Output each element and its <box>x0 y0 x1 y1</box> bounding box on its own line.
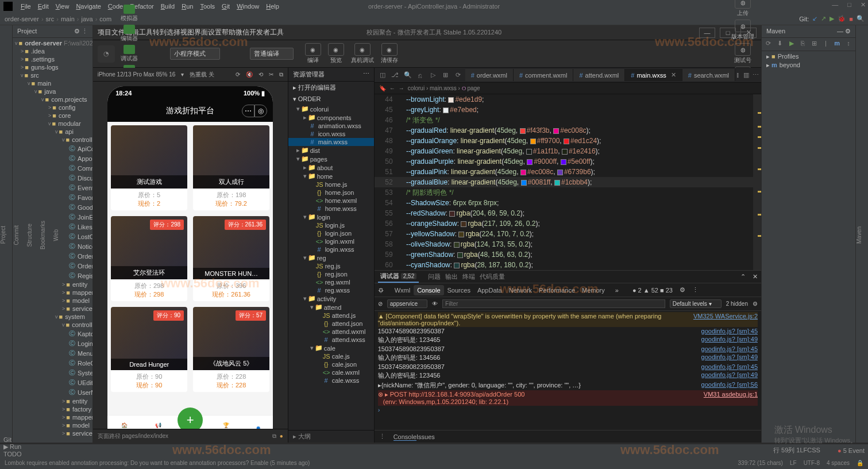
run-icon[interactable]: ▶ <box>830 15 834 22</box>
tree-node[interactable]: >■mapper <box>13 413 92 421</box>
menu-build[interactable]: Build <box>157 2 178 11</box>
maven-analyze-icon[interactable]: ⊞ <box>810 40 819 49</box>
hot-reload-toggle[interactable]: 热重载 关 <box>190 71 214 79</box>
explorer-more-icon[interactable]: ⋯ <box>363 70 369 79</box>
tree-node[interactable]: >■.idea <box>13 47 92 55</box>
tree-node[interactable]: ⒸMenuC <box>13 348 92 358</box>
tree-node[interactable]: >■core <box>13 112 92 120</box>
wx-btn[interactable]: ◉清缓存 <box>379 42 400 66</box>
dbg-foot-tab[interactable]: Console <box>394 433 416 441</box>
game-card[interactable]: 测试游戏 原价：5现价：2 <box>111 125 187 210</box>
dbg-more-icon[interactable]: » <box>615 287 619 294</box>
file-node[interactable]: <>login.wxml <box>288 237 374 245</box>
dbg-tab-performance[interactable]: Performance <box>535 285 578 295</box>
maven-run-icon[interactable]: ▶ <box>787 40 796 49</box>
stop-icon[interactable]: ■ <box>849 16 853 22</box>
tree-node[interactable]: v■src <box>13 71 92 79</box>
ed-compare-icon[interactable]: ⫿ <box>736 71 740 79</box>
maven-expand-icon[interactable]: ↕ <box>844 40 853 49</box>
console-foot-icon[interactable]: ⋮ <box>379 433 385 440</box>
fab-add-button[interactable]: + <box>178 408 203 429</box>
breadcrumb-item[interactable]: order-server <box>5 16 39 22</box>
dbg-close-icon[interactable]: ✕ <box>753 273 758 280</box>
file-node[interactable]: <>attend.wxml <box>288 328 374 336</box>
dbg-gear-icon[interactable]: ⚙ <box>753 301 758 307</box>
project-root[interactable]: v■ order-server F:\wai\2022\mini\ <box>13 39 92 47</box>
file-node[interactable]: ▾📁colorui <box>288 105 374 113</box>
tab-close-icon[interactable]: ✕ <box>671 71 676 79</box>
code-editor[interactable]: 44 --brownLight: #ede1d9;45 --greyLight:… <box>375 94 761 270</box>
event-log[interactable]: ● 5 Event <box>838 447 865 454</box>
tree-node[interactable]: >■factory <box>13 405 92 413</box>
capsule-menu-icon[interactable]: ⋯ <box>242 105 254 117</box>
wx-btn[interactable]: ◉编译 <box>303 42 323 66</box>
code-line[interactable]: 52 --gradualBlue: linear-gradient(45deg,… <box>375 177 761 187</box>
file-node[interactable]: <>reg.wxml <box>288 278 374 286</box>
outline-section[interactable]: ▸ 大纲 <box>288 430 374 443</box>
device-select[interactable]: iPhone 12/13 Pro Max 85% 16 <box>98 71 176 78</box>
wx-menu-item[interactable]: 转到 <box>153 28 167 36</box>
tree-node[interactable]: >■.settings <box>13 55 92 63</box>
tree-node[interactable]: ⒸJoinEve <box>13 212 92 222</box>
context-select[interactable]: appservice <box>387 299 427 308</box>
tabbar-item[interactable]: 📢通告 <box>153 422 164 429</box>
code-line[interactable]: 51 --gradualPink: linear-gradient(45deg,… <box>375 167 761 177</box>
dbg-tab-appdata[interactable]: AppData <box>474 285 506 295</box>
toolwin-structure[interactable]: Structure <box>26 221 33 249</box>
tree-node[interactable]: ⒸUserMo <box>13 387 92 397</box>
tree-node[interactable]: >■model <box>13 421 92 429</box>
file-node[interactable]: ▸📁about <box>288 163 374 172</box>
sim-mute-icon[interactable]: 🔇 <box>246 71 253 78</box>
nav-back-icon[interactable]: ← <box>389 85 395 91</box>
ed-search-icon[interactable]: 🔍 <box>402 71 414 79</box>
editor-tab[interactable]: # comment.wxml <box>514 69 573 81</box>
maven-refresh-icon[interactable]: ⟳ <box>764 40 773 49</box>
tree-node[interactable]: ⒸLoginC <box>13 339 92 348</box>
menu-edit[interactable]: Edit <box>34 2 52 11</box>
ed-tree-icon[interactable]: ⎇ <box>389 71 401 79</box>
tree-node[interactable]: >■guns-logs <box>13 63 92 71</box>
toolwin-commit[interactable]: Commit <box>13 223 20 247</box>
maven-exec-icon[interactable]: ⎘ <box>798 40 808 49</box>
dbg-tab-console[interactable]: Console <box>414 285 443 295</box>
menu-run[interactable]: Run <box>178 2 196 11</box>
code-line[interactable]: 50 --gradualPurple: linear-gradient(45de… <box>375 156 761 167</box>
sim-copy-icon[interactable]: ⧉ <box>272 433 276 440</box>
tree-node[interactable]: v■com.projects <box>13 95 92 103</box>
breadcrumb-item[interactable]: java <box>81 16 92 22</box>
wx-menu-item[interactable]: 选择 <box>167 28 180 36</box>
tree-node[interactable]: ⒸAppoin <box>13 153 92 163</box>
code-line[interactable]: 60 --cyanShadow: rgba(28, 187, 180, 0.2)… <box>375 260 761 270</box>
file-node[interactable]: #reg.wxss <box>288 286 374 294</box>
tabbar-item[interactable]: 🏆成就 <box>221 422 232 429</box>
file-node[interactable]: ▾📁reg <box>288 253 374 262</box>
tabbar-item[interactable]: 👤 <box>255 426 261 429</box>
ed-sync-icon[interactable]: ⟳ <box>453 71 464 79</box>
file-node[interactable]: #attend.wxss <box>288 336 374 344</box>
file-node[interactable]: ▾📁activity <box>288 294 374 303</box>
wx-tool-1[interactable]: 编辑器 <box>118 24 140 44</box>
toolwin-web[interactable]: Web <box>53 227 59 243</box>
maven-hide-icon[interactable]: — ⚙ <box>837 28 851 35</box>
tree-node[interactable]: ⒸComme <box>13 163 92 173</box>
nav-fwd-icon[interactable]: → <box>399 85 404 91</box>
tree-node[interactable]: >■model <box>13 297 92 305</box>
dbg-tab-network[interactable]: Network <box>506 285 535 295</box>
debug-icon[interactable]: 🐞 <box>838 15 846 22</box>
game-card[interactable]: 评分：90Dread Hunger 原价：90现价：90 <box>111 307 187 392</box>
tree-node[interactable]: ⒸOrderC <box>13 251 92 261</box>
menu-navigate[interactable]: Navigate <box>72 2 104 11</box>
file-node[interactable]: JScale.js <box>288 352 374 360</box>
maven-m-icon[interactable]: m <box>832 40 842 49</box>
levels-select[interactable]: Default levels ▾ <box>670 299 722 308</box>
wx-rbtn[interactable]: ◍上传 <box>729 0 757 18</box>
sim-rotate-icon[interactable]: ⟲ <box>259 71 263 78</box>
eye-icon[interactable]: 👁 <box>432 301 438 307</box>
dbg-tab-sources[interactable]: Sources <box>444 285 474 295</box>
tree-node[interactable]: ⒸOrderC <box>13 261 92 271</box>
tree-node[interactable]: v■system <box>13 313 92 321</box>
wx-rbtn[interactable]: ◍测试号 <box>729 42 757 66</box>
file-node[interactable]: ▾📁cale <box>288 344 374 352</box>
file-node[interactable]: #animation.wxss <box>288 122 374 130</box>
minimize-icon[interactable]: — <box>832 1 838 9</box>
